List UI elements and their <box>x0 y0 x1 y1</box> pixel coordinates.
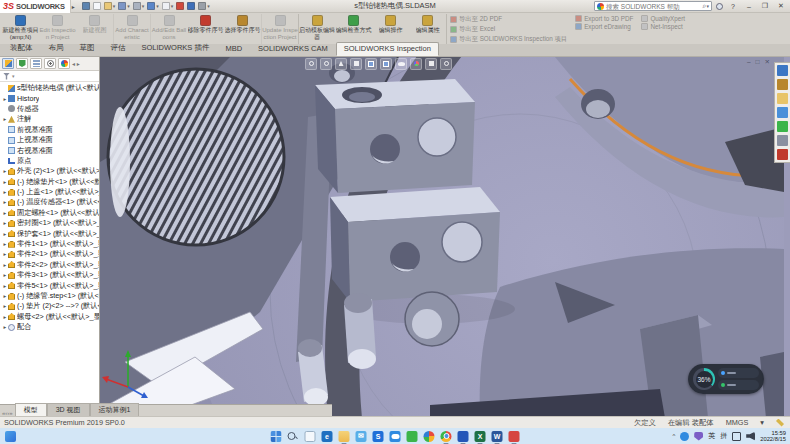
expand-arrow-icon[interactable]: ▸ <box>2 189 8 195</box>
新建检查项目 (amp;N)[interactable]: 新建检查项目 (amp;N) <box>2 14 39 44</box>
tree-item[interactable]: ▸ History <box>0 93 99 103</box>
doc-restore-button[interactable]: □ <box>756 58 760 66</box>
design-library-icon[interactable] <box>777 79 788 90</box>
expand-arrow-icon[interactable]: ▸ <box>2 283 8 289</box>
tree-item[interactable]: ▸ 零件1<1> (默认<<默认>_显示状态 <box>0 239 99 249</box>
graphics-viewport[interactable]: – □ ✕ <box>100 57 790 416</box>
save-icon[interactable] <box>117 1 131 12</box>
tree-item[interactable]: ▸ 配合 <box>0 322 99 332</box>
MBD[interactable]: MBD <box>217 42 250 56</box>
移除零件序号[interactable]: 移除零件序号 <box>187 14 224 44</box>
logo-flyout-arrow[interactable]: ▸ <box>72 3 75 10</box>
expand-arrow-icon[interactable]: ▸ <box>2 168 8 174</box>
doc-close-button[interactable]: ✕ <box>765 58 770 66</box>
volume-icon[interactable] <box>746 432 755 441</box>
tree-item[interactable]: 传感器 <box>0 104 99 114</box>
featuremanager-tree-tab[interactable] <box>2 58 14 69</box>
tree-item[interactable]: ▸ 密封圈<1> (默认<<默认>_显示状 <box>0 218 99 228</box>
Add/Edit Balloons[interactable]: Add/Edit Balloons <box>150 14 187 44</box>
chrome-icon[interactable] <box>441 431 452 442</box>
appearances-scenes-icon[interactable] <box>777 121 788 132</box>
solidworks-resources-icon[interactable] <box>777 65 788 76</box>
select-cursor-icon[interactable] <box>161 1 175 12</box>
zoom-to-area-icon[interactable] <box>320 58 332 70</box>
screen-recorder-overlay[interactable]: 36% <box>688 364 764 394</box>
tree-item[interactable]: ▸ (-) 垫片 (2)<2> -->? (默认<<默认 <box>0 301 99 311</box>
导出至 Excel[interactable]: 导出至 Excel <box>450 25 567 34</box>
view-settings-icon[interactable] <box>440 58 452 70</box>
custom-properties-icon[interactable] <box>777 135 788 146</box>
app-green-icon[interactable] <box>407 431 418 442</box>
编辑检查方式[interactable]: 编辑检查方式 <box>335 14 372 44</box>
expand-arrow-icon[interactable]: ▸ <box>2 199 8 205</box>
编辑操作[interactable]: 编辑操作 <box>372 14 409 44</box>
Edit Inspection Project[interactable]: Edit Inspection Project <box>39 14 76 44</box>
dimxpert-manager-tab[interactable] <box>44 58 56 69</box>
display-tray-icon[interactable] <box>732 432 741 441</box>
search-input[interactable] <box>606 3 703 10</box>
3D 视图[interactable]: 3D 视图 <box>47 403 90 416</box>
minimize-button[interactable]: – <box>743 3 755 10</box>
edge-icon[interactable]: e <box>322 431 333 442</box>
display-manager-tab[interactable] <box>58 58 70 69</box>
security-shield-icon[interactable] <box>694 432 703 441</box>
QualityXpert[interactable]: QualityXpert <box>641 15 685 22</box>
app-blue-icon[interactable] <box>458 431 469 442</box>
tree-item[interactable]: ▸ 零件2<1> (默认<<默认>_显示状态 <box>0 249 99 259</box>
Add Characteristic[interactable]: Add Characteristic <box>113 14 150 44</box>
recorder-control-row-2[interactable] <box>718 380 759 390</box>
tree-item[interactable]: ▸ 螺母<2> (默认<<默认>_显示状态 <box>0 312 99 322</box>
edit-appearance-icon[interactable] <box>410 58 422 70</box>
expand-arrow-icon[interactable]: ▸ <box>2 272 8 278</box>
导出至 SOLIDWORKS Inspection 项目[interactable]: 导出至 SOLIDWORKS Inspection 项目 <box>450 35 567 44</box>
expand-arrow-icon[interactable]: ▸ <box>2 231 8 237</box>
ime-mode-indicator[interactable]: 拼 <box>720 431 727 441</box>
property-manager-tab[interactable] <box>16 58 28 69</box>
expand-arrow-icon[interactable]: ▸ <box>2 314 8 320</box>
tree-root-item[interactable]: s型铂铑热电偶 (默认<默认_显示状态-1> <box>0 83 99 93</box>
tree-item[interactable]: ▸ 保护套<1> (默认<<默认>_显示状 <box>0 228 99 238</box>
close-button[interactable]: ✕ <box>775 2 787 10</box>
filter-caret-icon[interactable]: ▾ <box>12 73 15 79</box>
tree-item[interactable]: ▸ 固定螺栓<1> (默认<<默认>_显示 <box>0 208 99 218</box>
expand-arrow-icon[interactable]: ▸ <box>2 210 8 216</box>
new-file-icon[interactable] <box>92 1 102 12</box>
app-red-icon[interactable] <box>509 431 520 442</box>
Update Inspection Project[interactable]: Update Inspection Project <box>261 14 298 44</box>
task-view-button[interactable] <box>305 431 316 442</box>
tree-item[interactable]: 前视基准面 <box>0 125 99 135</box>
clock[interactable]: 15:59 2022/8/15 <box>760 430 786 442</box>
tree-item[interactable]: 上视基准面 <box>0 135 99 145</box>
编辑属性[interactable]: 编辑属性 <box>409 14 446 44</box>
print-icon[interactable] <box>132 1 146 12</box>
tab-scroll-arrows[interactable]: ◂ ▸ <box>72 60 80 67</box>
options-gear-icon[interactable] <box>197 1 211 12</box>
tray-chevron-icon[interactable]: ^ <box>672 433 675 439</box>
file-properties-icon[interactable] <box>186 1 196 12</box>
search-caret-icon[interactable]: ▾ <box>706 3 709 9</box>
expand-arrow-icon[interactable]: ▸ <box>2 220 8 226</box>
tree-item[interactable]: ▸ 注解 <box>0 114 99 124</box>
Export to 3D PDF[interactable]: Export to 3D PDF <box>575 15 633 22</box>
tree-item[interactable]: 原点 <box>0 156 99 166</box>
help-button[interactable]: ? <box>727 3 739 10</box>
recorder-control-row-1[interactable] <box>718 368 759 378</box>
运动算例1[interactable]: 运动算例1 <box>90 403 140 416</box>
tag-icon[interactable] <box>776 419 784 427</box>
doc-minimize-button[interactable]: – <box>747 58 751 66</box>
Export eDrawing[interactable]: Export eDrawing <box>575 23 633 30</box>
新建视图[interactable]: 新建视图 <box>76 14 113 44</box>
tree-item[interactable]: ▸ 零件2<2> (默认<<默认>_显示状态 <box>0 260 99 270</box>
file-explorer-icon[interactable] <box>777 93 788 104</box>
tab-nav-arrows[interactable]: «‹›» <box>0 410 15 416</box>
tree-item[interactable]: ▸ 零件3<1> (默认<<默认>_显示状态 <box>0 270 99 280</box>
login-user-icon[interactable] <box>716 3 723 10</box>
expand-arrow-icon[interactable]: ▸ <box>2 179 8 185</box>
restore-button[interactable]: ❐ <box>759 2 771 10</box>
microsoft-store-icon[interactable]: S <box>373 431 384 442</box>
expand-arrow-icon[interactable]: ▸ <box>2 116 8 122</box>
open-file-icon[interactable] <box>103 1 117 12</box>
start-button[interactable] <box>271 431 282 442</box>
display-style-icon[interactable] <box>380 58 392 70</box>
home-icon[interactable] <box>81 1 91 12</box>
